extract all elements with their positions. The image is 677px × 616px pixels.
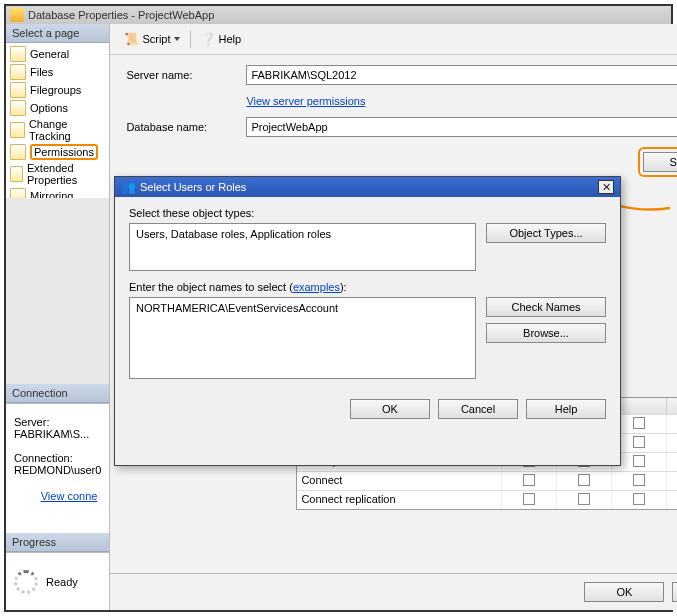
connection-label: Connection: — [14, 452, 101, 464]
checkbox[interactable] — [578, 474, 590, 486]
browse-button[interactable]: Browse... — [486, 323, 606, 343]
progress-status: Ready — [46, 576, 78, 588]
close-button[interactable]: ✕ — [598, 180, 614, 194]
sidebar-item-label: Extended Properties — [27, 162, 105, 186]
select-page-header: Select a page — [6, 24, 109, 43]
help-icon — [201, 32, 216, 46]
main-window: Database Properties - ProjectWebApp Sele… — [4, 4, 673, 612]
progress-header: Progress — [6, 533, 109, 552]
permission-name: Connect — [297, 472, 502, 490]
page-icon — [10, 46, 26, 62]
check-names-button[interactable]: Check Names — [486, 297, 606, 317]
sidebar-item-change-tracking[interactable]: Change Tracking — [6, 117, 109, 143]
connection-header: Connection — [6, 384, 109, 403]
sidebar-item-label: Permissions — [34, 146, 94, 158]
sidebar-item-filegroups[interactable]: Filegroups — [6, 81, 109, 99]
sidebar-item-files[interactable]: Files — [6, 63, 109, 81]
dialog-footer: OK Cancel — [110, 573, 677, 610]
page-icon — [10, 82, 26, 98]
script-icon — [124, 32, 139, 46]
progress-spinner-icon — [14, 570, 38, 594]
sidebar-item-label: Filegroups — [30, 84, 81, 96]
sidebar-item-label: Options — [30, 102, 68, 114]
search-button[interactable]: Search... — [643, 152, 677, 172]
examples-link[interactable]: examples — [293, 281, 340, 293]
object-types-box: Users, Database roles, Application roles — [129, 223, 476, 271]
select-users-dialog: Select Users or Roles ✕ Select these obj… — [114, 176, 621, 466]
search-highlight: Search... — [638, 147, 677, 177]
server-label: Server: — [14, 416, 101, 428]
dialog-titlebar: Select Users or Roles ✕ — [115, 177, 620, 197]
object-names-label: Enter the object names to select (exampl… — [129, 281, 606, 293]
sidebar-item-permissions[interactable]: Permissions — [6, 143, 109, 161]
sidebar-item-extended-properties[interactable]: Extended Properties — [6, 161, 109, 187]
server-name-input[interactable] — [246, 65, 677, 85]
sidebar-item-label: Change Tracking — [29, 118, 106, 142]
page-icon — [10, 166, 23, 182]
modal-help-button[interactable]: Help — [526, 399, 606, 419]
sidebar-item-label: General — [30, 48, 69, 60]
connection-value: REDMOND\user0 — [14, 464, 101, 476]
chevron-down-icon — [174, 37, 180, 41]
database-name-input[interactable] — [246, 117, 677, 137]
modal-cancel-button[interactable]: Cancel — [438, 399, 518, 419]
window-title: Database Properties - ProjectWebApp — [28, 9, 214, 21]
sidebar-item-label: Files — [30, 66, 53, 78]
dialog-title: Select Users or Roles — [140, 181, 246, 193]
checkbox[interactable] — [633, 474, 645, 486]
object-names-input[interactable]: NORTHAMERICA\EventServicesAccount — [129, 297, 476, 379]
checkbox[interactable] — [633, 455, 645, 467]
script-button[interactable]: Script — [120, 30, 183, 48]
permission-name: Connect replication — [297, 491, 502, 509]
cancel-button[interactable]: Cancel — [672, 582, 677, 602]
titlebar: Database Properties - ProjectWebApp — [6, 6, 671, 24]
server-name-label: Server name: — [126, 69, 246, 81]
sidebar-item-general[interactable]: General — [6, 45, 109, 63]
checkbox[interactable] — [578, 493, 590, 505]
view-connection-link[interactable]: View conne — [41, 490, 98, 502]
checkbox[interactable] — [523, 493, 535, 505]
checkbox[interactable] — [633, 417, 645, 429]
view-server-permissions-link[interactable]: View server permissions — [246, 95, 365, 107]
page-icon — [10, 122, 25, 138]
left-pane: Select a page GeneralFilesFilegroupsOpti… — [6, 24, 110, 610]
db-icon — [10, 8, 24, 22]
page-icon — [10, 64, 26, 80]
help-button[interactable]: Help — [197, 30, 246, 48]
page-icon — [10, 144, 26, 160]
page-list: GeneralFilesFilegroupsOptionsChange Trac… — [6, 43, 109, 198]
page-icon — [10, 100, 26, 116]
users-icon — [121, 180, 136, 194]
toolbar: Script Help — [110, 24, 677, 55]
checkbox[interactable] — [633, 493, 645, 505]
checkbox[interactable] — [523, 474, 535, 486]
checkbox[interactable] — [633, 436, 645, 448]
modal-ok-button[interactable]: OK — [350, 399, 430, 419]
object-types-label: Select these object types: — [129, 207, 606, 219]
database-name-label: Database name: — [126, 121, 246, 133]
server-value: FABRIKAM\S... — [14, 428, 101, 440]
table-row: Connect replication▼ — [297, 490, 677, 509]
table-row: Connect — [297, 471, 677, 490]
sidebar-item-options[interactable]: Options — [6, 99, 109, 117]
object-types-button[interactable]: Object Types... — [486, 223, 606, 243]
ok-button[interactable]: OK — [584, 582, 664, 602]
